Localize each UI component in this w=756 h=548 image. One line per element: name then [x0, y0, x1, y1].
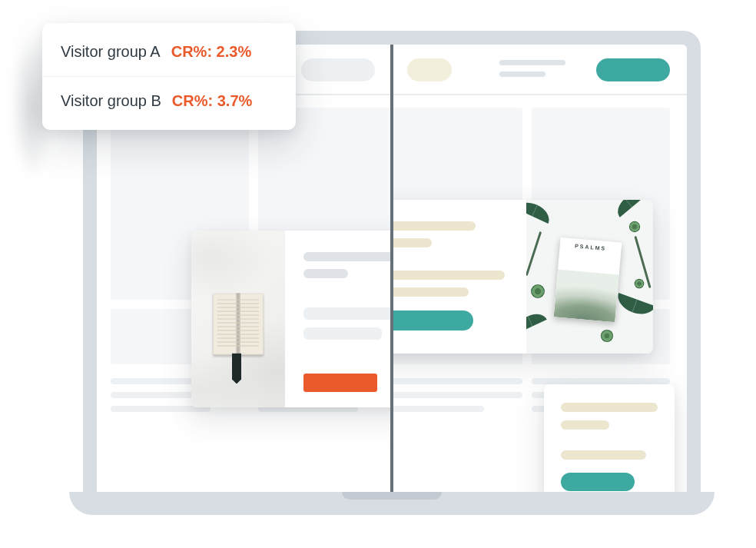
skeleton-line [303, 269, 348, 278]
group-a-metric: CR%: 2.3% [171, 43, 251, 61]
group-b-label: Visitor group B [61, 92, 161, 110]
skeleton-block [303, 327, 382, 340]
variant-a-grid [111, 108, 392, 492]
nav-cta-button [596, 58, 670, 81]
skeleton-line [392, 238, 432, 247]
variant-b-popup-image: PSALMS [526, 200, 653, 354]
skeleton-line [303, 252, 392, 261]
skeleton-line [392, 221, 476, 231]
text-row [392, 378, 522, 384]
psalms-title: PSALMS [560, 242, 622, 253]
group-a-label: Visitor group A [61, 43, 161, 61]
variant-b-grid: PSALMS [392, 108, 673, 492]
metrics-card: Visitor group A CR%: 2.3% Visitor group … [42, 23, 296, 130]
variant-b-small-card [544, 384, 675, 492]
botanical-scene: PSALMS [526, 200, 653, 354]
logo-placeholder [407, 58, 452, 81]
nav-line [499, 71, 545, 77]
skeleton-line [561, 403, 658, 412]
text-row [392, 406, 484, 412]
variant-a-popup-text [285, 231, 392, 407]
skeleton-line [392, 271, 505, 280]
group-b-metric: CR%: 3.7% [172, 92, 252, 110]
metrics-row-b: Visitor group B CR%: 3.7% [42, 76, 296, 125]
psalms-booklet: PSALMS [554, 237, 622, 323]
metrics-row-a: Visitor group A CR%: 2.3% [42, 28, 296, 76]
variant-a-cta-button [303, 374, 377, 392]
skeleton-line [392, 287, 469, 297]
variant-b-popup-card: PSALMS [392, 200, 653, 354]
variant-b-small-cta-button [561, 473, 635, 491]
variant-a-popup-card [191, 231, 392, 407]
nav-cta-placeholder [301, 58, 375, 81]
variant-b-side: PSALMS [392, 45, 687, 492]
nav-lines [499, 60, 565, 77]
text-row [532, 378, 670, 384]
skeleton-block [303, 307, 392, 320]
text-row [392, 392, 522, 398]
variant-b-cta-button [392, 311, 473, 330]
skeleton-line [561, 450, 646, 460]
variant-b-nav [392, 45, 687, 95]
laptop-notch [342, 492, 442, 500]
split-divider [390, 45, 393, 492]
book-scene [191, 231, 285, 407]
laptop-base [69, 492, 715, 515]
variant-b-popup-text [392, 200, 526, 354]
variant-a-popup-image [191, 231, 285, 407]
skeleton-line [561, 420, 609, 430]
nav-line [499, 60, 565, 65]
